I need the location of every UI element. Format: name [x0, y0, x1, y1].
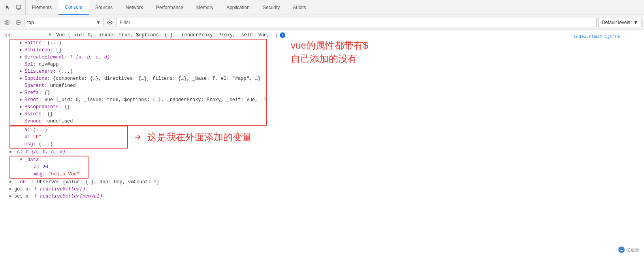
- createelement-expand[interactable]: [20, 54, 24, 61]
- attrs-expand[interactable]: [20, 40, 24, 47]
- children-expand[interactable]: [20, 47, 24, 54]
- svg-rect-2: [17, 9, 20, 9]
- data-section-box: _data : a : 20 msg : "hello Vue": [9, 156, 89, 179]
- svg-rect-1: [18, 9, 19, 9]
- prop-line-options: $options : {components: {…}, directives:…: [10, 75, 266, 82]
- annotation-line2: 自己添加的没有: [291, 52, 368, 66]
- c-expand[interactable]: [9, 149, 14, 156]
- prop-line-c: _c : f (a, b, c, d): [0, 149, 644, 156]
- prop-a: a : (...): [10, 126, 127, 134]
- device-icon[interactable]: [14, 3, 23, 12]
- tab-console[interactable]: Console: [58, 0, 89, 15]
- bottom-logo: ☁ 亿速云: [618, 247, 639, 253]
- slots-expand[interactable]: [20, 111, 24, 118]
- prop-line-el: $el : div#app: [10, 61, 266, 68]
- prop-line-createelement: $createElement : f (a, b, c, d): [10, 54, 266, 61]
- prop-line-attrs: $attrs : (...): [10, 40, 266, 47]
- prop-line-seta: set a: f reactiveSetter(newVal): [0, 193, 644, 200]
- refs-expand[interactable]: [20, 89, 24, 96]
- prop-line-parent: $parent : undefined: [10, 82, 266, 89]
- custom-arrow: ➔: [134, 130, 141, 144]
- annotation-line1: vue的属性都带有$: [291, 39, 368, 52]
- prop-line-children: $children : []: [10, 47, 266, 54]
- prop-b: b : "b": [10, 134, 127, 141]
- filter-input[interactable]: [116, 18, 597, 27]
- prop-line-root: $root : Vue {_uid: 0, _isVue: true, $opt…: [10, 96, 266, 104]
- ob-expand[interactable]: [9, 179, 14, 186]
- custom-props-area: a : (...) b : "b" msg : (...) ➔: [9, 126, 644, 149]
- dollar-annotation: vue的属性都带有$ 自己添加的没有: [291, 39, 368, 65]
- vue-expand-arrow[interactable]: [49, 32, 53, 39]
- tab-sources[interactable]: Sources: [89, 0, 119, 15]
- cursor-icon[interactable]: [4, 3, 13, 12]
- clear-console-button[interactable]: [2, 18, 12, 27]
- prop-msg: msg : (...): [10, 141, 127, 148]
- vue-main-line: app------------ Vue {_uid: 0, _isVue: tr…: [0, 32, 644, 39]
- console-toolbar: top ▼ Default levels ▼: [0, 15, 644, 30]
- prop-line-scopedslots: $scopedSlots : {}: [10, 104, 266, 111]
- data-expand[interactable]: [20, 156, 24, 164]
- file-link[interactable]: index.html?_ijt=hs: [573, 33, 620, 40]
- block-icon[interactable]: [13, 18, 23, 27]
- dollar-props-area: $attrs : (...) $children : [] $createEle…: [9, 39, 644, 126]
- prop-line-refs: $refs : {}: [10, 89, 266, 96]
- root-expand[interactable]: [20, 96, 24, 104]
- scopedslots-expand[interactable]: [20, 104, 24, 111]
- tab-bar: Elements Console Sources Network Perform…: [0, 0, 644, 15]
- data-prop-a: a : 20: [10, 164, 88, 171]
- prop-line-vnode: $vnode : undefined: [10, 118, 266, 125]
- info-icon[interactable]: i: [280, 32, 285, 38]
- custom-props-box: a : (...) b : "b" msg : (...): [9, 126, 128, 149]
- options-expand[interactable]: [20, 75, 24, 82]
- prop-line-ob: __ob__ : Observer {value: {…}, dep: Dep,…: [0, 179, 644, 186]
- toolbar-icons: [2, 0, 26, 15]
- listeners-expand[interactable]: [20, 68, 24, 75]
- tabs: Elements Console Sources Network Perform…: [26, 0, 642, 15]
- console-output: app------------ Vue {_uid: 0, _isVue: tr…: [0, 30, 644, 256]
- svg-point-7: [109, 22, 111, 23]
- context-selector[interactable]: top ▼: [24, 18, 104, 27]
- tab-memory[interactable]: Memory: [190, 0, 220, 15]
- eye-icon[interactable]: [105, 18, 115, 27]
- tab-security[interactable]: Security: [256, 0, 286, 15]
- data-prop-msg: msg : "hello Vue": [10, 171, 88, 178]
- seta-expand[interactable]: [9, 193, 14, 200]
- prop-line-listeners: $listeners : (...): [10, 68, 266, 75]
- tab-performance[interactable]: Performance: [150, 0, 190, 15]
- level-dropdown-arrow: ▼: [633, 20, 638, 25]
- tab-elements[interactable]: Elements: [26, 0, 58, 15]
- prop-line-slots: $slots : {}: [10, 111, 266, 118]
- context-dropdown-arrow: ▼: [96, 20, 101, 25]
- data-header: _data :: [10, 156, 88, 164]
- svg-rect-0: [17, 5, 21, 9]
- geta-expand[interactable]: [9, 186, 14, 193]
- tab-application[interactable]: Application: [220, 0, 256, 15]
- data-section-area: _data : a : 20 msg : "hello Vue": [9, 156, 89, 179]
- tab-audits[interactable]: Audits: [286, 0, 313, 15]
- level-selector[interactable]: Default levels ▼: [598, 18, 642, 27]
- custom-annotation: 这是我在外面添加的变量: [147, 131, 252, 143]
- tab-network[interactable]: Network: [119, 0, 150, 15]
- dollar-props-box: $attrs : (...) $children : [] $createEle…: [9, 39, 267, 126]
- logo-icon: ☁: [618, 247, 625, 253]
- prop-line-geta: get a: f reactiveGetter(): [0, 186, 644, 193]
